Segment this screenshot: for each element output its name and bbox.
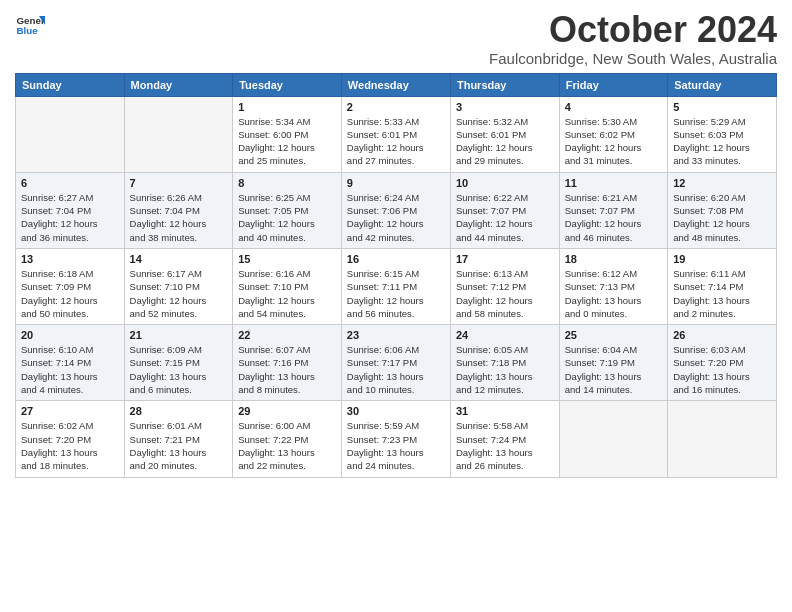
calendar-cell: 5Sunrise: 5:29 AM Sunset: 6:03 PM Daylig… — [668, 96, 777, 172]
calendar-cell — [559, 401, 667, 477]
title-block: October 2024 Faulconbridge, New South Wa… — [489, 10, 777, 67]
page-header: General Blue October 2024 Faulconbridge,… — [15, 10, 777, 67]
weekday-header: Wednesday — [341, 73, 450, 96]
calendar-cell: 11Sunrise: 6:21 AM Sunset: 7:07 PM Dayli… — [559, 172, 667, 248]
calendar-week-row: 27Sunrise: 6:02 AM Sunset: 7:20 PM Dayli… — [16, 401, 777, 477]
day-number: 27 — [21, 405, 119, 417]
day-number: 13 — [21, 253, 119, 265]
day-info: Sunrise: 6:20 AM Sunset: 7:08 PM Dayligh… — [673, 191, 771, 244]
day-info: Sunrise: 6:18 AM Sunset: 7:09 PM Dayligh… — [21, 267, 119, 320]
calendar-cell: 10Sunrise: 6:22 AM Sunset: 7:07 PM Dayli… — [450, 172, 559, 248]
day-number: 3 — [456, 101, 554, 113]
calendar-cell: 16Sunrise: 6:15 AM Sunset: 7:11 PM Dayli… — [341, 248, 450, 324]
calendar-cell: 18Sunrise: 6:12 AM Sunset: 7:13 PM Dayli… — [559, 248, 667, 324]
calendar-cell — [124, 96, 233, 172]
calendar-cell: 4Sunrise: 5:30 AM Sunset: 6:02 PM Daylig… — [559, 96, 667, 172]
weekday-header: Friday — [559, 73, 667, 96]
day-info: Sunrise: 6:11 AM Sunset: 7:14 PM Dayligh… — [673, 267, 771, 320]
day-number: 16 — [347, 253, 445, 265]
calendar-cell: 13Sunrise: 6:18 AM Sunset: 7:09 PM Dayli… — [16, 248, 125, 324]
day-info: Sunrise: 6:17 AM Sunset: 7:10 PM Dayligh… — [130, 267, 228, 320]
weekday-header-row: SundayMondayTuesdayWednesdayThursdayFrid… — [16, 73, 777, 96]
day-number: 15 — [238, 253, 336, 265]
day-number: 6 — [21, 177, 119, 189]
calendar-cell: 2Sunrise: 5:33 AM Sunset: 6:01 PM Daylig… — [341, 96, 450, 172]
day-info: Sunrise: 5:29 AM Sunset: 6:03 PM Dayligh… — [673, 115, 771, 168]
day-info: Sunrise: 6:26 AM Sunset: 7:04 PM Dayligh… — [130, 191, 228, 244]
calendar-cell — [16, 96, 125, 172]
calendar-table: SundayMondayTuesdayWednesdayThursdayFrid… — [15, 73, 777, 478]
weekday-header: Thursday — [450, 73, 559, 96]
calendar-cell: 6Sunrise: 6:27 AM Sunset: 7:04 PM Daylig… — [16, 172, 125, 248]
day-number: 2 — [347, 101, 445, 113]
calendar-cell: 9Sunrise: 6:24 AM Sunset: 7:06 PM Daylig… — [341, 172, 450, 248]
day-number: 9 — [347, 177, 445, 189]
day-number: 1 — [238, 101, 336, 113]
day-number: 17 — [456, 253, 554, 265]
calendar-cell — [668, 401, 777, 477]
day-info: Sunrise: 6:10 AM Sunset: 7:14 PM Dayligh… — [21, 343, 119, 396]
day-info: Sunrise: 6:25 AM Sunset: 7:05 PM Dayligh… — [238, 191, 336, 244]
day-number: 5 — [673, 101, 771, 113]
day-number: 4 — [565, 101, 662, 113]
day-info: Sunrise: 6:06 AM Sunset: 7:17 PM Dayligh… — [347, 343, 445, 396]
day-number: 28 — [130, 405, 228, 417]
day-info: Sunrise: 6:27 AM Sunset: 7:04 PM Dayligh… — [21, 191, 119, 244]
weekday-header: Tuesday — [233, 73, 342, 96]
day-info: Sunrise: 6:16 AM Sunset: 7:10 PM Dayligh… — [238, 267, 336, 320]
calendar-week-row: 13Sunrise: 6:18 AM Sunset: 7:09 PM Dayli… — [16, 248, 777, 324]
day-number: 19 — [673, 253, 771, 265]
weekday-header: Sunday — [16, 73, 125, 96]
month-title: October 2024 — [489, 10, 777, 50]
day-info: Sunrise: 6:22 AM Sunset: 7:07 PM Dayligh… — [456, 191, 554, 244]
day-number: 18 — [565, 253, 662, 265]
calendar-cell: 12Sunrise: 6:20 AM Sunset: 7:08 PM Dayli… — [668, 172, 777, 248]
calendar-week-row: 1Sunrise: 5:34 AM Sunset: 6:00 PM Daylig… — [16, 96, 777, 172]
logo-icon: General Blue — [15, 10, 45, 40]
calendar-cell: 24Sunrise: 6:05 AM Sunset: 7:18 PM Dayli… — [450, 325, 559, 401]
day-info: Sunrise: 6:07 AM Sunset: 7:16 PM Dayligh… — [238, 343, 336, 396]
day-info: Sunrise: 6:12 AM Sunset: 7:13 PM Dayligh… — [565, 267, 662, 320]
calendar-cell: 22Sunrise: 6:07 AM Sunset: 7:16 PM Dayli… — [233, 325, 342, 401]
day-number: 22 — [238, 329, 336, 341]
day-number: 25 — [565, 329, 662, 341]
day-info: Sunrise: 6:09 AM Sunset: 7:15 PM Dayligh… — [130, 343, 228, 396]
day-info: Sunrise: 5:58 AM Sunset: 7:24 PM Dayligh… — [456, 419, 554, 472]
weekday-header: Monday — [124, 73, 233, 96]
calendar-cell: 21Sunrise: 6:09 AM Sunset: 7:15 PM Dayli… — [124, 325, 233, 401]
day-info: Sunrise: 6:05 AM Sunset: 7:18 PM Dayligh… — [456, 343, 554, 396]
day-info: Sunrise: 5:30 AM Sunset: 6:02 PM Dayligh… — [565, 115, 662, 168]
svg-text:Blue: Blue — [17, 25, 39, 36]
calendar-cell: 29Sunrise: 6:00 AM Sunset: 7:22 PM Dayli… — [233, 401, 342, 477]
day-number: 8 — [238, 177, 336, 189]
day-info: Sunrise: 6:01 AM Sunset: 7:21 PM Dayligh… — [130, 419, 228, 472]
day-number: 30 — [347, 405, 445, 417]
day-info: Sunrise: 5:33 AM Sunset: 6:01 PM Dayligh… — [347, 115, 445, 168]
day-info: Sunrise: 6:13 AM Sunset: 7:12 PM Dayligh… — [456, 267, 554, 320]
day-number: 11 — [565, 177, 662, 189]
calendar-cell: 27Sunrise: 6:02 AM Sunset: 7:20 PM Dayli… — [16, 401, 125, 477]
day-number: 14 — [130, 253, 228, 265]
day-info: Sunrise: 6:00 AM Sunset: 7:22 PM Dayligh… — [238, 419, 336, 472]
day-number: 23 — [347, 329, 445, 341]
calendar-cell: 19Sunrise: 6:11 AM Sunset: 7:14 PM Dayli… — [668, 248, 777, 324]
day-number: 7 — [130, 177, 228, 189]
calendar-cell: 20Sunrise: 6:10 AM Sunset: 7:14 PM Dayli… — [16, 325, 125, 401]
calendar-cell: 7Sunrise: 6:26 AM Sunset: 7:04 PM Daylig… — [124, 172, 233, 248]
day-info: Sunrise: 5:34 AM Sunset: 6:00 PM Dayligh… — [238, 115, 336, 168]
day-info: Sunrise: 6:24 AM Sunset: 7:06 PM Dayligh… — [347, 191, 445, 244]
day-number: 10 — [456, 177, 554, 189]
day-number: 31 — [456, 405, 554, 417]
calendar-week-row: 20Sunrise: 6:10 AM Sunset: 7:14 PM Dayli… — [16, 325, 777, 401]
weekday-header: Saturday — [668, 73, 777, 96]
day-info: Sunrise: 5:32 AM Sunset: 6:01 PM Dayligh… — [456, 115, 554, 168]
calendar-cell: 30Sunrise: 5:59 AM Sunset: 7:23 PM Dayli… — [341, 401, 450, 477]
day-info: Sunrise: 6:03 AM Sunset: 7:20 PM Dayligh… — [673, 343, 771, 396]
day-info: Sunrise: 5:59 AM Sunset: 7:23 PM Dayligh… — [347, 419, 445, 472]
day-info: Sunrise: 6:02 AM Sunset: 7:20 PM Dayligh… — [21, 419, 119, 472]
logo: General Blue — [15, 10, 45, 40]
day-info: Sunrise: 6:15 AM Sunset: 7:11 PM Dayligh… — [347, 267, 445, 320]
calendar-cell: 1Sunrise: 5:34 AM Sunset: 6:00 PM Daylig… — [233, 96, 342, 172]
calendar-cell: 23Sunrise: 6:06 AM Sunset: 7:17 PM Dayli… — [341, 325, 450, 401]
calendar-cell: 17Sunrise: 6:13 AM Sunset: 7:12 PM Dayli… — [450, 248, 559, 324]
